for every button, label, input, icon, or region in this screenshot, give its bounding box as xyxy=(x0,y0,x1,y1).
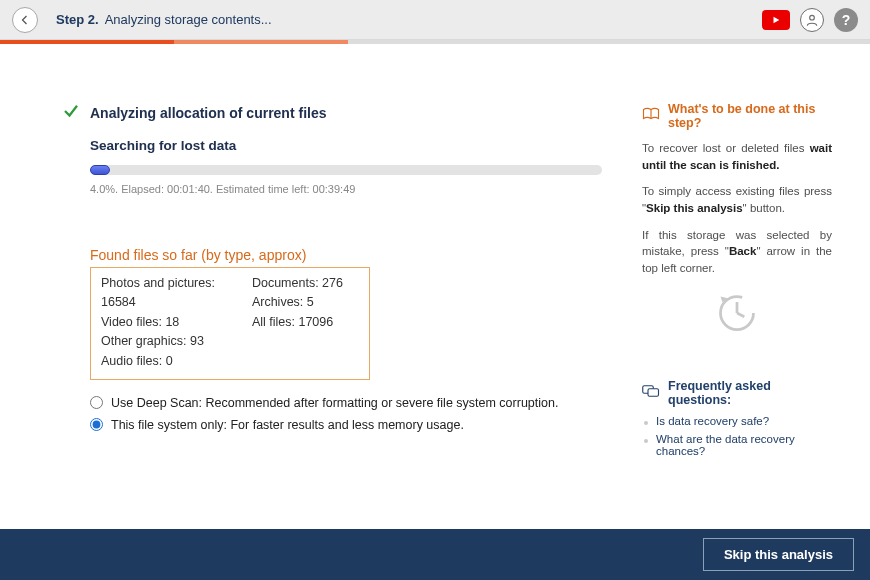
found-files-box: Photos and pictures: 16584 Video files: … xyxy=(90,267,370,380)
faq-list: Is data recovery safe? What are the data… xyxy=(642,415,832,457)
step-number-label: Step 2. xyxy=(56,12,99,27)
footer-bar: Skip this analysis xyxy=(0,529,870,580)
wizard-progress-strip xyxy=(0,40,870,44)
found-photos-row: Photos and pictures: 16584 xyxy=(101,274,252,313)
faq-title: Frequently asked questions: xyxy=(668,379,832,407)
youtube-link[interactable] xyxy=(762,10,790,30)
found-audio-row: Audio files: 0 xyxy=(101,352,252,371)
option-fs-only[interactable]: This file system only: For faster result… xyxy=(90,418,602,432)
play-icon xyxy=(771,15,781,25)
found-all-row: All files: 17096 xyxy=(252,313,359,332)
option-deep-scan[interactable]: Use Deep Scan: Recommended after formatt… xyxy=(90,396,602,410)
found-docs-row: Documents: 276 xyxy=(252,274,359,293)
book-icon xyxy=(642,107,660,125)
back-button[interactable] xyxy=(12,7,38,33)
faq-link-safe[interactable]: Is data recovery safe? xyxy=(656,415,769,427)
top-bar: Step 2. Analyzing storage contents... ? xyxy=(0,0,870,40)
side-help-p1: To recover lost or deleted files wait un… xyxy=(642,140,832,173)
arrow-left-icon xyxy=(19,14,31,26)
svg-point-0 xyxy=(810,15,815,20)
step-description: Analyzing storage contents... xyxy=(105,12,272,27)
option-deep-scan-label: Use Deep Scan: Recommended after formatt… xyxy=(111,396,558,410)
scan-progress-text: 4.0%. Elapsed: 00:01:40. Estimated time … xyxy=(90,183,602,195)
help-button[interactable]: ? xyxy=(834,8,858,32)
faq-item: Is data recovery safe? xyxy=(656,415,832,427)
wizard-progress-seg-active xyxy=(174,40,348,44)
found-arch-row: Archives: 5 xyxy=(252,293,359,312)
faq-link-chances[interactable]: What are the data recovery chances? xyxy=(656,433,795,457)
svg-rect-4 xyxy=(648,388,659,396)
searching-title: Searching for lost data xyxy=(90,138,602,153)
option-fs-only-label: This file system only: For faster result… xyxy=(111,418,464,432)
question-mark-icon: ? xyxy=(842,12,851,28)
faq-item: What are the data recovery chances? xyxy=(656,433,832,457)
user-icon xyxy=(805,13,819,27)
wizard-progress-seg-done xyxy=(0,40,174,44)
found-video-row: Video files: 18 xyxy=(101,313,252,332)
scan-progress-fill xyxy=(90,165,110,175)
found-other-row: Other graphics: 93 xyxy=(101,332,252,351)
account-button[interactable] xyxy=(800,8,824,32)
scanning-spinner-icon xyxy=(715,291,759,339)
faq-icon xyxy=(642,383,660,403)
side-help-title: What's to be done at this step? xyxy=(668,102,832,130)
scan-progress-bar xyxy=(90,165,602,175)
radio-fs-only[interactable] xyxy=(90,418,103,431)
side-help-p2: To simply access existing files press "S… xyxy=(642,183,832,216)
radio-deep-scan[interactable] xyxy=(90,396,103,409)
allocation-status-title: Analyzing allocation of current files xyxy=(90,105,326,121)
skip-analysis-button[interactable]: Skip this analysis xyxy=(703,538,854,571)
found-files-title: Found files so far (by type, approx) xyxy=(90,247,602,263)
side-help-p3: If this storage was selected by mistake,… xyxy=(642,227,832,277)
check-icon xyxy=(62,102,80,124)
